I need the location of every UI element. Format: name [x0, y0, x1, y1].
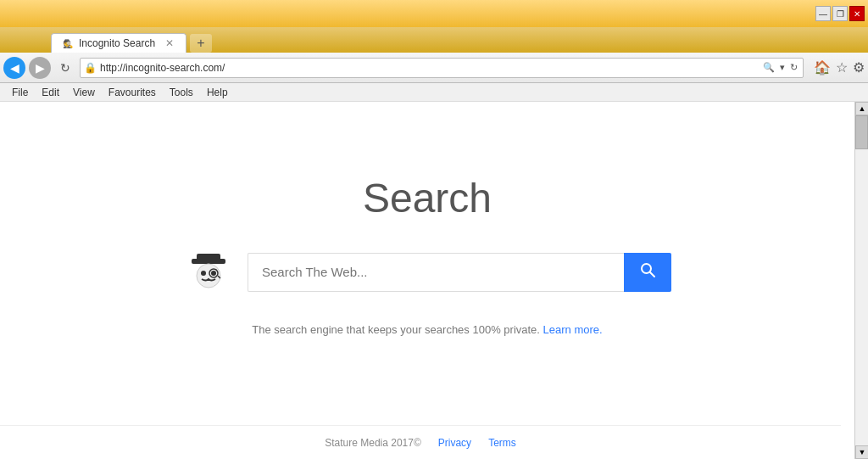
- search-icon: [639, 261, 656, 283]
- menu-edit[interactable]: Edit: [35, 85, 66, 100]
- main-container: Search: [0, 102, 868, 459]
- incognito-logo: [183, 247, 234, 298]
- minimize-button[interactable]: —: [815, 6, 831, 21]
- copyright: Stature Media 2017©: [325, 437, 421, 449]
- scrollbar-track[interactable]: [855, 115, 868, 445]
- scrollbar-thumb[interactable]: [855, 115, 868, 149]
- scrollbar-down-button[interactable]: ▼: [855, 445, 868, 459]
- page-title: Search: [363, 175, 492, 221]
- tab-favicon: 🕵: [62, 37, 74, 49]
- svg-rect-1: [197, 254, 220, 260]
- toolbar-icons: 🏠 ☆ ⚙: [814, 59, 865, 76]
- menu-favourites[interactable]: Favourites: [102, 85, 163, 100]
- search-row: [183, 247, 671, 298]
- page-content: Search: [0, 102, 854, 459]
- tab-bar: 🕵 Incognito Search ✕ +: [0, 27, 868, 53]
- home-icon[interactable]: 🏠: [814, 59, 831, 76]
- search-addr-button[interactable]: 🔍: [761, 60, 776, 75]
- address-input-wrap: 🔒 🔍 ▾ ↻: [80, 58, 804, 78]
- dropdown-addr-button[interactable]: ▾: [778, 60, 787, 75]
- back-button[interactable]: ◀: [3, 57, 25, 79]
- search-box-wrap: [248, 253, 671, 292]
- menu-file[interactable]: File: [5, 85, 35, 100]
- restore-button[interactable]: ❐: [832, 6, 848, 21]
- search-page: Search: [0, 102, 854, 459]
- search-input[interactable]: [248, 253, 624, 292]
- menu-help[interactable]: Help: [200, 85, 235, 100]
- menu-bar: File Edit View Favourites Tools Help: [0, 83, 868, 102]
- tab-label: Incognito Search: [79, 37, 155, 49]
- svg-point-4: [211, 271, 216, 276]
- settings-icon[interactable]: ⚙: [853, 59, 865, 76]
- lock-icon: 🔒: [84, 62, 97, 74]
- svg-point-3: [201, 271, 206, 276]
- active-tab[interactable]: 🕵 Incognito Search ✕: [51, 33, 186, 53]
- address-input[interactable]: [100, 62, 758, 74]
- footer: Stature Media 2017© Privacy Terms: [0, 425, 841, 459]
- window-controls: — ❐ ✕: [815, 6, 865, 21]
- learn-more-link[interactable]: Learn more.: [543, 323, 603, 336]
- reload-addr-button[interactable]: ↻: [788, 60, 799, 75]
- refresh-button[interactable]: ↻: [54, 57, 76, 79]
- forward-button[interactable]: ▶: [29, 57, 51, 79]
- menu-tools[interactable]: Tools: [163, 85, 200, 100]
- tagline: The search engine that keeps your search…: [252, 323, 602, 336]
- new-tab-button[interactable]: +: [190, 34, 212, 53]
- search-button[interactable]: [624, 253, 671, 292]
- menu-view[interactable]: View: [66, 85, 102, 100]
- close-button[interactable]: ✕: [849, 6, 865, 21]
- titlebar: — ❐ ✕: [0, 0, 868, 27]
- favorites-icon[interactable]: ☆: [836, 59, 848, 76]
- scrollbar-up-button[interactable]: ▲: [855, 102, 868, 115]
- terms-link[interactable]: Terms: [488, 437, 516, 449]
- address-actions: 🔍 ▾ ↻: [761, 60, 799, 75]
- privacy-link[interactable]: Privacy: [438, 437, 471, 449]
- address-bar: ◀ ▶ ↻ 🔒 🔍 ▾ ↻ 🏠 ☆ ⚙: [0, 53, 868, 83]
- scrollbar: ▲ ▼: [854, 102, 868, 459]
- svg-line-8: [650, 272, 654, 277]
- tab-close-button[interactable]: ✕: [164, 37, 175, 49]
